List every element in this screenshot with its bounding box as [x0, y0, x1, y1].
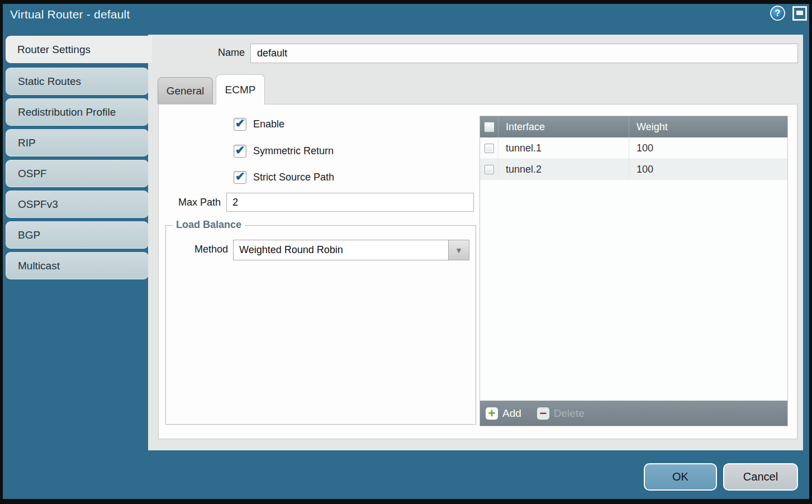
enable-checkbox[interactable]: ✔ [234, 118, 246, 131]
weight-column-header: Weight [629, 116, 787, 137]
help-icon[interactable]: ? [770, 6, 785, 21]
dialog-title: Virtual Router - default [10, 8, 130, 21]
max-path-label: Max Path [168, 197, 221, 208]
row-checkbox-cell [480, 137, 498, 159]
sidebar-item-label: OSPF [18, 168, 47, 180]
interface-table: Interface Weight tunnel.1 100 tunnel.2 1… [479, 116, 788, 426]
delete-button-label: Delete [554, 407, 585, 420]
sidebar-item-label: BGP [18, 229, 40, 241]
cancel-button[interactable]: Cancel [723, 463, 798, 491]
sidebar-item-redistribution-profile[interactable]: Redistribution Profile [6, 98, 149, 126]
sidebar-item-label: Router Settings [17, 44, 91, 56]
sidebar-item-ospfv3[interactable]: OSPFv3 [6, 191, 149, 218]
add-button[interactable]: + Add [486, 407, 521, 420]
load-balance-legend: Load Balance [173, 219, 245, 231]
select-all-checkbox[interactable] [484, 122, 495, 132]
sidebar-item-label: Static Routes [18, 75, 81, 88]
check-icon: ✔ [235, 170, 245, 182]
sidebar-item-multicast[interactable]: Multicast [6, 252, 149, 279]
sidebar-item-label: RIP [18, 137, 36, 149]
row-checkbox[interactable] [485, 144, 494, 153]
sidebar-item-router-settings[interactable]: Router Settings [6, 36, 152, 63]
chevron-down-icon: ▼ [455, 246, 463, 255]
add-button-label: Add [502, 407, 521, 420]
symmetric-return-row: ✔ Symmetric Return [234, 145, 334, 158]
method-dropdown-button[interactable]: ▼ [448, 240, 469, 260]
method-dropdown[interactable]: Weighted Round Robin ▼ [233, 240, 469, 260]
max-path-input[interactable] [226, 193, 474, 212]
tab-label: ECMP [225, 84, 256, 96]
symmetric-return-checkbox[interactable]: ✔ [234, 145, 246, 158]
ok-button[interactable]: OK [644, 463, 717, 491]
select-all-cell [480, 116, 498, 137]
sidebar-item-bgp[interactable]: BGP [6, 221, 149, 249]
name-input[interactable] [250, 44, 798, 63]
method-label: Method [184, 244, 228, 255]
table-row[interactable]: tunnel.1 100 [480, 137, 787, 159]
tab-label: General [167, 85, 205, 97]
virtual-router-dialog: Virtual Router - default ? Router Settin… [0, 0, 812, 504]
sidebar-item-ospf[interactable]: OSPF [6, 160, 149, 187]
add-plus-icon: + [486, 407, 498, 420]
method-dropdown-value: Weighted Round Robin [234, 240, 469, 260]
sidebar-item-label: Redistribution Profile [18, 106, 116, 118]
restore-window-icon[interactable] [792, 6, 807, 21]
sidebar-item-label: Multicast [18, 260, 60, 272]
strict-source-path-row: ✔ Strict Source Path [234, 171, 334, 184]
table-row[interactable]: tunnel.2 100 [480, 159, 787, 180]
table-empty-area [480, 180, 787, 401]
delete-minus-icon: − [537, 407, 549, 420]
tab-general[interactable]: General [158, 77, 213, 104]
check-icon: ✔ [235, 117, 245, 129]
check-icon: ✔ [235, 144, 245, 156]
interface-column-header: Interface [498, 116, 629, 137]
interface-cell: tunnel.2 [498, 159, 629, 180]
restore-window-icon-inner [796, 11, 803, 15]
row-checkbox-cell [480, 159, 498, 180]
sidebar-item-rip[interactable]: RIP [6, 129, 149, 156]
sidebar-item-label: OSPFv3 [18, 198, 58, 211]
sidebar-item-static-routes[interactable]: Static Routes [6, 68, 149, 95]
interface-table-header: Interface Weight [480, 116, 787, 137]
strict-source-path-label: Strict Source Path [253, 172, 334, 183]
enable-label: Enable [253, 118, 284, 130]
symmetric-return-label: Symmetric Return [253, 145, 334, 157]
weight-cell: 100 [629, 137, 787, 159]
tab-ecmp[interactable]: ECMP [216, 74, 265, 104]
help-icon-glyph: ? [775, 8, 781, 18]
row-checkbox[interactable] [485, 165, 494, 174]
strict-source-path-checkbox[interactable]: ✔ [234, 171, 246, 184]
interface-cell: tunnel.1 [498, 137, 629, 159]
table-footer-toolbar: + Add − Delete [480, 401, 787, 426]
enable-row: ✔ Enable [234, 118, 284, 131]
delete-button[interactable]: − Delete [537, 407, 585, 420]
name-label: Name [184, 47, 245, 59]
weight-cell: 100 [629, 159, 787, 180]
